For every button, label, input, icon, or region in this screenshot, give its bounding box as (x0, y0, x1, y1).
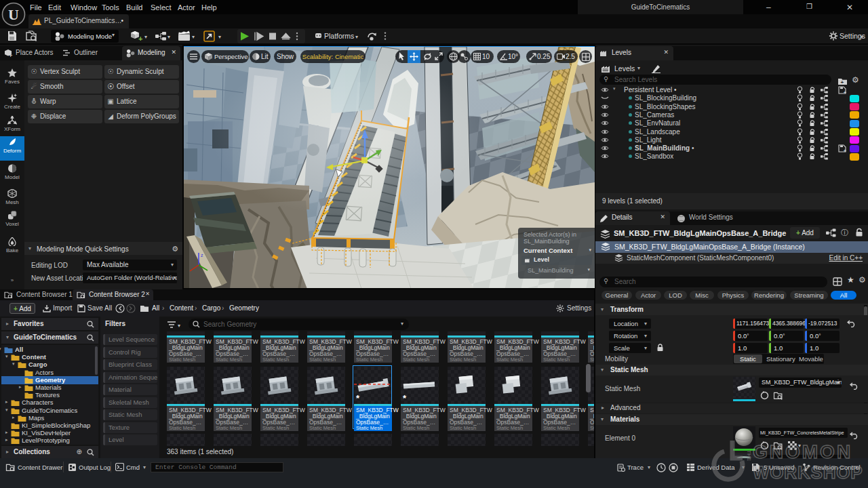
svg-text:▾: ▾ (167, 34, 170, 40)
svg-text:▾: ▾ (144, 34, 147, 40)
svg-text:+: + (841, 79, 844, 85)
svg-text:U: U (8, 6, 19, 23)
svg-text:▾: ▾ (218, 34, 221, 40)
svg-text:▾: ▾ (178, 323, 180, 329)
svg-text:+: + (138, 35, 142, 42)
svg-text:▾: ▾ (798, 443, 801, 449)
svg-text:▾: ▾ (192, 34, 195, 40)
svg-text:▾: ▾ (355, 34, 358, 40)
svg-text:▾: ▾ (861, 34, 863, 40)
svg-text:+: + (844, 148, 846, 153)
svg-text:Platforms: Platforms (324, 32, 354, 40)
svg-text:+: + (844, 90, 846, 95)
svg-text:z: z (201, 253, 203, 258)
svg-text:+: + (9, 52, 12, 58)
